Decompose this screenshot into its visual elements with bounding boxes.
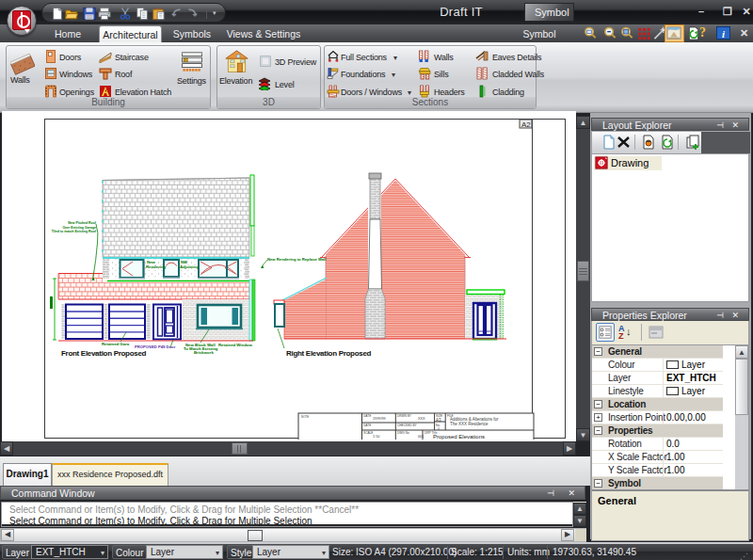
svg-text:NOTE: NOTE [301,415,309,419]
svg-text:New Pitched Roof: New Pitched Roof [68,221,97,225]
svg-text:New Rendering to Replace Wall: New Rendering to Replace Wall [267,257,326,262]
svg-text:DATE: DATE [363,414,371,418]
svg-text:Proposed Elevations: Proposed Elevations [433,434,485,440]
svg-text:Front Elevation Proposed: Front Elevation Proposed [61,349,147,358]
svg-text:The XXX Residence: The XXX Residence [450,422,489,426]
svg-text:Retained Gara: Retained Gara [102,342,130,346]
svg-text:Brickwork: Brickwork [194,350,214,355]
svg-text:4: 4 [438,427,440,431]
svg-text:Over Existing Garage: Over Existing Garage [62,226,96,230]
svg-text:XXX: XXX [418,417,425,421]
svg-text:1:50: 1:50 [373,435,379,439]
svg-text:DRWN BY: DRWN BY [397,414,412,418]
svg-text:SIZE: SIZE [436,414,442,418]
svg-text:Tiled to match Existing Roof: Tiled to match Existing Roof [52,230,97,233]
svg-text:Right Elevation Proposed: Right Elevation Proposed [286,349,372,358]
svg-text:Retained Window: Retained Window [218,343,252,347]
svg-text:CHECKED BY: CHECKED BY [397,424,418,427]
svg-text:A2: A2 [521,120,531,129]
svg-text:1999/99: 1999/99 [373,417,386,421]
svg-text:Rendering: Rendering [146,264,167,269]
svg-text:DATE: DATE [363,424,371,427]
svg-text:A3: A3 [436,418,441,423]
svg-text:SCALE: SCALE [363,431,373,435]
svg-text:Adjoining: Adjoining [180,264,199,269]
svg-text:DWG No: DWG No [397,431,409,435]
svg-text:001: 001 [418,435,424,439]
